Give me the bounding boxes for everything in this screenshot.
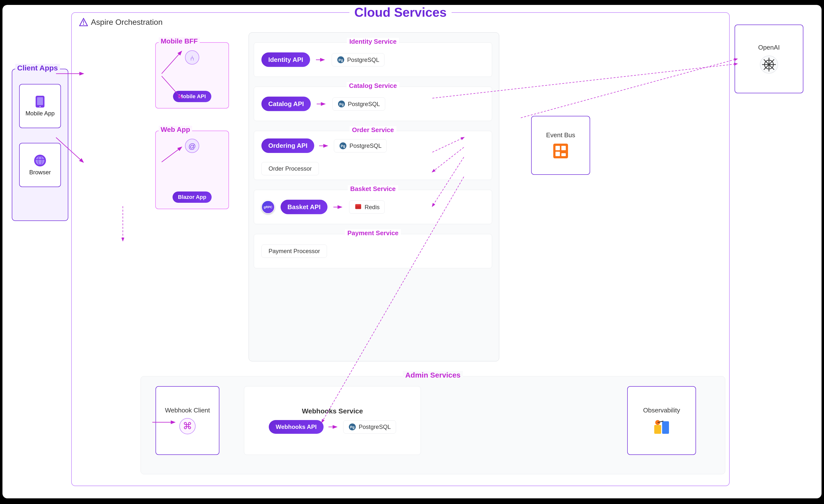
webhook-client-box: Webhook Client ⌘ <box>156 386 219 455</box>
browser-node: Browser <box>19 143 61 187</box>
redis-icon <box>354 203 362 211</box>
identity-postgres: Pg PostgreSQL <box>332 53 385 66</box>
webhooks-service-title: Webhooks Service <box>302 407 363 415</box>
observability-icon <box>653 417 670 435</box>
postgres-icon: Pg <box>337 56 345 64</box>
blazor-app-pill[interactable]: Blazor App <box>173 192 212 203</box>
svg-point-38 <box>36 156 44 165</box>
arrow-basket <box>333 205 343 210</box>
mobile-app-icon <box>34 95 46 108</box>
svg-rect-20 <box>553 144 568 158</box>
svg-rect-24 <box>561 153 566 156</box>
svg-rect-23 <box>555 152 560 156</box>
webhook-client-label: Webhook Client <box>165 406 210 414</box>
svg-rect-15 <box>355 206 361 208</box>
payment-processor-label: Payment Processor <box>262 245 327 258</box>
payment-service-section: Payment Service Payment Processor <box>254 234 492 268</box>
catalog-api-pill[interactable]: Catalog API <box>262 97 311 111</box>
webhooks-api-row: Webhooks API Pg PostgreSQL <box>269 420 396 434</box>
svg-text:⑃: ⑃ <box>190 54 194 62</box>
identity-service-section: Identity Service Identity API Pg Postgre… <box>254 42 492 77</box>
client-apps-box: Client Apps Mobile App Browser <box>12 69 68 221</box>
catalog-service-row: Catalog API Pg PostgreSQL <box>262 97 485 111</box>
arrow-order <box>319 143 329 148</box>
observability-box: Observability <box>627 386 696 455</box>
arrow-webhooks <box>328 424 338 429</box>
admin-services-title: Admin Services <box>403 371 463 379</box>
svg-text:Pg: Pg <box>341 144 345 148</box>
basket-redis: Redis <box>349 200 385 214</box>
web-app-box: Web App @ Blazor App <box>155 131 229 209</box>
svg-text:@: @ <box>188 142 196 150</box>
catalog-postgres: Pg PostgreSQL <box>332 97 385 111</box>
order-service-section: Order Service Ordering API Pg PostgreSQL… <box>254 131 492 180</box>
web-app-title: Web App <box>159 126 192 134</box>
aspire-text: Aspire Orchestration <box>91 18 163 27</box>
event-bus-label: Event Bus <box>546 131 576 139</box>
observability-label: Observability <box>643 406 680 414</box>
mobile-app-label: Mobile App <box>25 110 55 117</box>
client-apps-title: Client Apps <box>15 64 60 72</box>
postgres-icon-2: Pg <box>337 100 345 108</box>
mobile-app-node: Mobile App <box>19 84 61 128</box>
order-service-title: Order Service <box>349 126 397 134</box>
browser-label: Browser <box>29 169 51 176</box>
openai-label: OpenAI <box>758 44 780 51</box>
event-bus-box: Event Bus <box>531 116 590 175</box>
mobile-bff-box: Mobile BFF ⑃ Mobile API <box>155 42 229 109</box>
cloud-services-box: Cloud Services Aspire Orchestration Iden… <box>71 12 730 486</box>
svg-rect-31 <box>662 421 669 434</box>
svg-text:Pg: Pg <box>339 102 344 106</box>
svg-rect-14 <box>355 204 361 206</box>
event-bus-icon <box>552 142 569 159</box>
postgres-icon-4: Pg <box>348 423 356 431</box>
order-processor-node: Order Processor <box>262 162 319 175</box>
basket-service-section: Basket Service gRPC Basket API Redis <box>254 190 492 224</box>
catalog-service-section: Catalog Service Catalog API Pg PostgreSQ… <box>254 87 492 121</box>
diagram-container: Cloud Services Aspire Orchestration Iden… <box>2 5 822 498</box>
svg-rect-21 <box>555 146 560 150</box>
ordering-api-pill[interactable]: Ordering API <box>262 138 314 153</box>
catalog-service-title: Catalog Service <box>346 82 399 90</box>
identity-service-row: Identity API Pg PostgreSQL <box>262 52 485 67</box>
svg-rect-30 <box>654 425 661 434</box>
aspire-label: Aspire Orchestration <box>79 18 163 27</box>
svg-text:Pg: Pg <box>338 58 343 62</box>
arrow-catalog <box>317 101 326 106</box>
services-box: Identity Service Identity API Pg Postgre… <box>248 32 499 361</box>
browser-icon <box>34 154 46 167</box>
webhooks-api-pill[interactable]: Webhooks API <box>269 420 324 434</box>
openai-icon <box>759 55 779 75</box>
mobile-bff-title: Mobile BFF <box>159 37 200 45</box>
aspire-icon <box>79 18 88 27</box>
web-app-icon: @ <box>185 138 200 154</box>
payment-service-title: Payment Service <box>345 229 401 237</box>
svg-rect-35 <box>37 97 43 105</box>
webhooks-postgres: Pg PostgreSQL <box>343 420 396 433</box>
ordering-api-row: Ordering API Pg PostgreSQL <box>262 138 485 153</box>
identity-api-pill[interactable]: Identity API <box>262 52 310 67</box>
svg-rect-22 <box>561 146 566 150</box>
mobile-bff-icon: ⑃ <box>185 50 200 66</box>
svg-text:⌘: ⌘ <box>183 421 192 431</box>
basket-api-pill[interactable]: Basket API <box>281 200 327 214</box>
webhook-icon: ⌘ <box>179 417 196 435</box>
order-processor-label: Order Processor <box>262 162 319 175</box>
postgres-icon-3: Pg <box>339 142 347 150</box>
cloud-services-title: Cloud Services <box>349 5 451 20</box>
order-postgres: Pg PostgreSQL <box>334 139 387 152</box>
openai-box: OpenAI <box>735 24 803 93</box>
admin-services-box: Admin Services Webhook Client ⌘ Webhooks… <box>140 376 725 474</box>
payment-service-row: Payment Processor <box>262 245 485 258</box>
svg-point-36 <box>39 106 40 107</box>
basket-service-title: Basket Service <box>348 185 398 193</box>
mobile-api-pill[interactable]: Mobile API <box>173 91 211 102</box>
identity-service-title: Identity Service <box>347 38 399 45</box>
svg-text:Pg: Pg <box>350 425 354 429</box>
basket-service-row: gRPC Basket API Redis <box>262 200 485 214</box>
arrow-identity <box>316 57 326 62</box>
svg-point-2 <box>83 24 84 25</box>
webhooks-service-box: Webhooks Service Webhooks API Pg Postgre… <box>244 386 421 455</box>
svg-rect-39 <box>35 159 45 160</box>
grpc-badge: gRPC <box>262 200 275 214</box>
